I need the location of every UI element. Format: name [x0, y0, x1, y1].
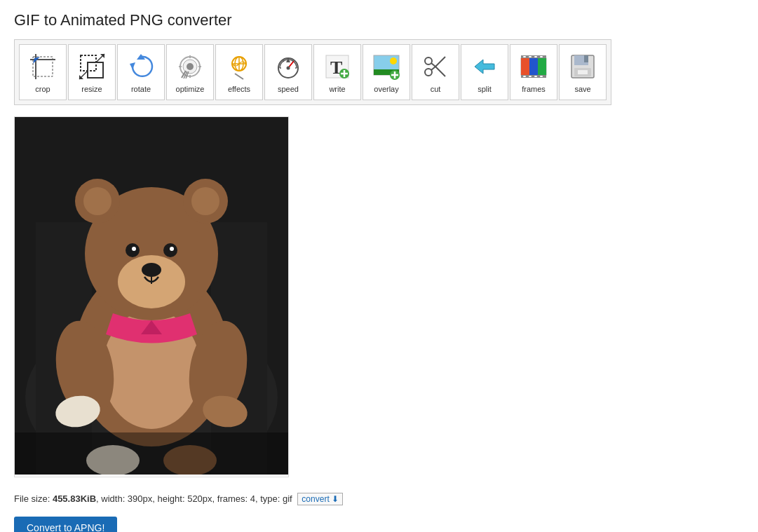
crop-button[interactable]: crop	[19, 44, 67, 100]
overlay-icon	[371, 51, 402, 82]
overlay-label: overlay	[374, 85, 398, 93]
svg-point-88	[170, 247, 174, 251]
save-label: save	[574, 85, 590, 93]
optimize-icon	[175, 51, 205, 82]
svg-line-26	[235, 74, 243, 79]
write-icon: T	[322, 51, 353, 82]
svg-point-42	[390, 57, 397, 64]
resize-button[interactable]: resize	[68, 44, 116, 100]
save-icon	[567, 51, 598, 82]
svg-line-33	[292, 61, 293, 62]
convert-to-apng-button[interactable]: Convert to APNG!	[14, 517, 117, 532]
resize-label: resize	[81, 85, 102, 93]
speed-button[interactable]: speed	[264, 44, 312, 100]
frames-icon	[518, 51, 549, 82]
crop-label: crop	[35, 85, 50, 93]
split-label: split	[478, 85, 492, 93]
svg-marker-11	[130, 62, 135, 69]
write-label: write	[329, 85, 345, 93]
svg-point-14	[187, 63, 194, 70]
preview-image	[15, 117, 288, 475]
svg-rect-56	[538, 58, 546, 75]
svg-rect-62	[540, 56, 543, 57]
frames-label: frames	[522, 85, 546, 93]
frames-button[interactable]: frames	[510, 44, 557, 100]
write-button[interactable]: T write	[313, 44, 361, 100]
svg-rect-61	[534, 56, 537, 57]
page-title: GIF to Animated PNG converter	[14, 11, 744, 29]
svg-rect-54	[521, 58, 529, 75]
svg-line-51	[431, 67, 435, 70]
svg-rect-64	[529, 76, 532, 77]
svg-point-84	[191, 187, 219, 215]
effects-label: effects	[228, 85, 250, 93]
svg-rect-63	[523, 76, 526, 77]
file-size-label: File size:	[14, 493, 53, 504]
convert-link-text: convert	[302, 494, 329, 504]
svg-line-50	[431, 63, 435, 67]
rotate-label: rotate	[131, 85, 151, 93]
file-size-value: 455.83KiB	[53, 493, 96, 504]
split-icon	[469, 51, 500, 82]
speed-label: speed	[278, 85, 299, 93]
cut-icon	[420, 51, 451, 82]
crop-icon	[27, 51, 58, 82]
cut-label: cut	[431, 85, 441, 93]
svg-line-32	[283, 61, 284, 62]
resize-icon	[76, 51, 107, 82]
optimize-label: optimize	[176, 85, 205, 93]
svg-rect-69	[584, 55, 588, 62]
svg-rect-55	[529, 58, 538, 75]
svg-line-47	[435, 67, 445, 76]
svg-point-29	[287, 67, 290, 70]
svg-point-48	[425, 57, 432, 64]
optimize-button[interactable]: optimize	[166, 44, 214, 100]
svg-point-82	[83, 187, 111, 215]
speed-icon	[273, 51, 304, 82]
svg-rect-66	[540, 76, 543, 77]
toolbar: crop resize rotate	[14, 39, 611, 105]
svg-point-87	[132, 247, 136, 251]
convert-link[interactable]: convert ⬇	[297, 493, 342, 505]
svg-rect-60	[529, 56, 532, 57]
save-button[interactable]: save	[559, 44, 607, 100]
svg-rect-65	[534, 76, 537, 77]
image-container	[14, 116, 289, 477]
svg-marker-52	[475, 60, 494, 74]
effects-button[interactable]: effects	[215, 44, 263, 100]
cut-button[interactable]: cut	[412, 44, 459, 100]
svg-rect-59	[523, 56, 526, 57]
svg-rect-71	[578, 70, 588, 74]
rotate-icon	[126, 51, 156, 82]
convert-download-icon: ⬇	[332, 494, 339, 504]
file-info: File size: 455.83KiB, width: 390px, heig…	[14, 493, 744, 505]
rotate-button[interactable]: rotate	[117, 44, 165, 100]
file-dimensions: , width: 390px, height: 520px, frames: 4…	[96, 493, 292, 504]
svg-point-89	[142, 263, 161, 277]
overlay-button[interactable]: overlay	[363, 44, 410, 100]
svg-point-49	[425, 69, 432, 76]
effects-icon	[224, 51, 255, 82]
svg-line-46	[435, 57, 445, 67]
svg-rect-98	[15, 432, 288, 475]
split-button[interactable]: split	[461, 44, 508, 100]
